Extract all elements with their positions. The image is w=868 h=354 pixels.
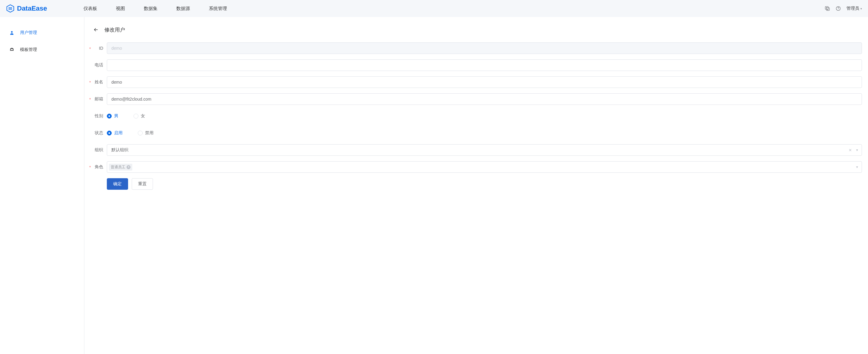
radio-dot-icon [138,131,143,136]
brand-logo-icon [6,4,14,13]
label-org: 组织 [90,147,107,153]
chevron-down-icon: ▾ [856,165,858,169]
sidebar-item-label: 模板管理 [20,47,37,52]
label-phone: 电话 [90,63,107,68]
email-field[interactable] [107,93,862,105]
user-icon [9,30,14,35]
sidebar-item-templates[interactable]: 模板管理 [0,41,84,58]
reset-button[interactable]: 重置 [132,178,153,190]
brand-name: DataEase [17,5,47,12]
gender-radio-group: 男 女 [107,110,862,122]
org-select[interactable]: 默认组织 ✕ ▾ [107,144,862,156]
phone-field[interactable] [107,60,862,71]
radio-label: 男 [114,113,118,119]
submit-button[interactable]: 确定 [107,178,128,190]
chevron-down-icon: ▾ [860,7,862,10]
main-content: 修改用户 ID 电话 姓名 [84,17,868,354]
label-email: 邮箱 [90,96,107,102]
label-role: 角色 [90,164,107,170]
nav-item-dashboard[interactable]: 仪表板 [84,6,97,11]
radio-label: 启用 [114,130,123,136]
user-dropdown-label: 管理员 [846,6,859,11]
user-dropdown[interactable]: 管理员 ▾ [846,6,862,11]
status-radio-disabled[interactable]: 禁用 [138,130,154,136]
gender-radio-female[interactable]: 女 [133,113,145,119]
topnav-right: 管理员 ▾ [825,6,862,11]
page-header: 修改用户 [90,26,862,33]
label-id: ID [90,46,107,50]
radio-label: 禁用 [145,130,154,136]
role-tag-label: 普通员工 [111,165,125,170]
sidebar: 用户管理 模板管理 [0,17,84,354]
role-tag: 普通员工 ✕ [109,164,132,171]
help-icon[interactable] [836,6,841,11]
tag-close-icon[interactable]: ✕ [127,165,130,169]
edit-user-form: ID 电话 姓名 邮箱 [90,42,862,190]
page-title: 修改用户 [104,26,125,33]
back-button[interactable] [92,26,99,33]
topnav-menu: 仪表板 视图 数据集 数据源 系统管理 [84,6,227,11]
svg-rect-5 [10,50,14,50]
form-actions: 确定 重置 [107,178,862,190]
gender-radio-male[interactable]: 男 [107,113,118,119]
sidebar-item-label: 用户管理 [20,30,37,35]
label-name: 姓名 [90,79,107,85]
nav-item-view[interactable]: 视图 [116,6,125,11]
dashboard-icon [9,47,14,52]
radio-dot-icon [107,131,112,136]
radio-dot-icon [133,114,138,118]
arrow-left-icon [93,27,99,32]
brand-logo[interactable]: DataEase [6,4,47,13]
name-field[interactable] [107,76,862,88]
sidebar-item-users[interactable]: 用户管理 [0,24,84,41]
chevron-down-icon: ▾ [856,148,858,152]
language-icon[interactable] [825,6,830,11]
nav-item-datasource[interactable]: 数据源 [176,6,190,11]
label-gender: 性别 [90,113,107,119]
label-status: 状态 [90,130,107,136]
svg-point-3 [838,9,838,10]
clear-icon[interactable]: ✕ [848,148,852,152]
org-select-value: 默认组织 [112,147,128,153]
svg-point-4 [11,31,12,33]
radio-dot-icon [107,114,112,118]
nav-item-dataset[interactable]: 数据集 [144,6,157,11]
status-radio-group: 启用 禁用 [107,127,862,139]
topnav: DataEase 仪表板 视图 数据集 数据源 系统管理 管理员 ▾ [0,0,868,17]
role-select[interactable]: 普通员工 ✕ ▾ [107,161,862,173]
radio-label: 女 [141,113,145,119]
id-field [107,42,862,54]
status-radio-enabled[interactable]: 启用 [107,130,123,136]
nav-item-system[interactable]: 系统管理 [209,6,227,11]
